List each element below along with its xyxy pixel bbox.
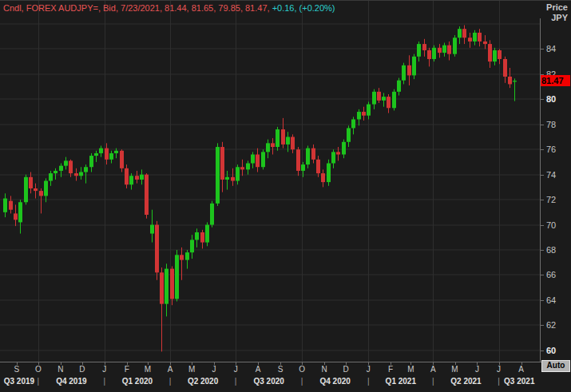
candle (447, 42, 451, 61)
candle (9, 196, 13, 213)
price-axis-label: 72 (546, 195, 570, 204)
quarter-separator: | (367, 377, 370, 386)
candle (205, 222, 209, 246)
axis-frame (0, 18, 546, 365)
price-axis-title: Price JPY (546, 2, 568, 23)
candle (129, 173, 133, 189)
month-axis-label: M (185, 365, 198, 374)
price-axis-title-line2: JPY (546, 13, 568, 23)
auto-scale-button[interactable]: Auto (541, 360, 570, 372)
candle (29, 172, 33, 194)
price-axis-label: 84 (546, 44, 570, 53)
candle (462, 26, 466, 45)
candle (347, 125, 351, 147)
candle (498, 49, 502, 64)
candle (39, 188, 43, 213)
candle (256, 148, 260, 172)
month-axis-label: O (295, 365, 308, 374)
candle (54, 168, 57, 180)
candle (402, 63, 406, 85)
month-axis-label: A (252, 365, 264, 374)
candle (89, 153, 93, 172)
candle (483, 35, 487, 49)
month-axis-label: A (515, 365, 528, 374)
quarter-axis-label: Q3 2020 (253, 377, 284, 386)
candle (271, 138, 275, 154)
candle (84, 164, 88, 184)
candle (468, 33, 472, 48)
chart-legend: Cndl, FOREX AUDJPY=, Bid, 7/23/2021, 81.… (3, 3, 335, 13)
quarter-axis-label: Q1 2020 (122, 377, 153, 386)
candle (331, 149, 335, 168)
candle (453, 35, 457, 57)
candle (114, 148, 118, 159)
candle (382, 93, 386, 106)
candle (225, 171, 229, 190)
change-summary-text: +0.16, (+0.20%) (272, 3, 335, 13)
candle (351, 117, 355, 134)
candle (160, 267, 164, 351)
candle (478, 29, 482, 46)
month-axis-label: D (76, 365, 89, 374)
candlestick-chart-canvas[interactable] (0, 1, 571, 392)
quarter-axis-label: Q1 2021 (386, 377, 416, 386)
candle (175, 250, 179, 301)
gridlines-layer (0, 1, 540, 362)
candle (342, 140, 346, 159)
candle (387, 94, 391, 113)
candle (392, 89, 396, 111)
candle (150, 210, 154, 243)
month-axis-label: N (318, 365, 331, 374)
candle (503, 57, 507, 83)
candle (327, 160, 331, 186)
candle (427, 48, 431, 67)
month-axis-label: M (449, 365, 462, 374)
price-axis-label: 76 (546, 145, 570, 154)
candle (316, 156, 320, 177)
quarter-separator: | (104, 377, 106, 386)
month-axis-label: S (10, 365, 23, 374)
candle (145, 173, 149, 219)
price-axis-label: 62 (546, 320, 570, 330)
quarter-separator: | (38, 377, 40, 386)
price-axis-label: 68 (546, 245, 570, 255)
candle (99, 145, 103, 156)
price-axis-label: 80 (546, 94, 570, 104)
candle (3, 193, 7, 217)
month-axis-label: J (229, 365, 242, 374)
candle (49, 171, 53, 186)
candle (296, 147, 300, 176)
candle (140, 169, 144, 184)
candle (210, 201, 214, 228)
candle (74, 168, 78, 181)
candle (488, 40, 492, 68)
candle (200, 230, 204, 249)
candle (367, 101, 371, 119)
candle (109, 151, 113, 164)
price-axis-title-line1: Price (546, 2, 568, 13)
candle (311, 145, 315, 164)
quarter-axis-label: Q2 2020 (188, 377, 218, 386)
quarter-axis-label: Q4 2020 (319, 377, 350, 386)
candle (246, 160, 250, 174)
candle (281, 118, 285, 148)
candle (266, 140, 270, 159)
candle (125, 164, 129, 188)
candle (185, 250, 189, 269)
candle (220, 142, 224, 192)
candle (251, 152, 255, 168)
candle (432, 46, 436, 61)
candle (14, 204, 18, 226)
candle (508, 68, 512, 88)
candle (190, 235, 194, 259)
quarter-separator: | (432, 377, 434, 386)
quarter-separator: | (301, 377, 303, 386)
month-axis-label: O (32, 365, 45, 374)
candle (321, 169, 325, 187)
candle (362, 107, 366, 121)
candle (24, 175, 28, 205)
candle (261, 149, 265, 169)
last-price-tag: 81.47 (541, 75, 570, 86)
month-axis-label: M (404, 365, 417, 374)
candle (357, 109, 361, 125)
